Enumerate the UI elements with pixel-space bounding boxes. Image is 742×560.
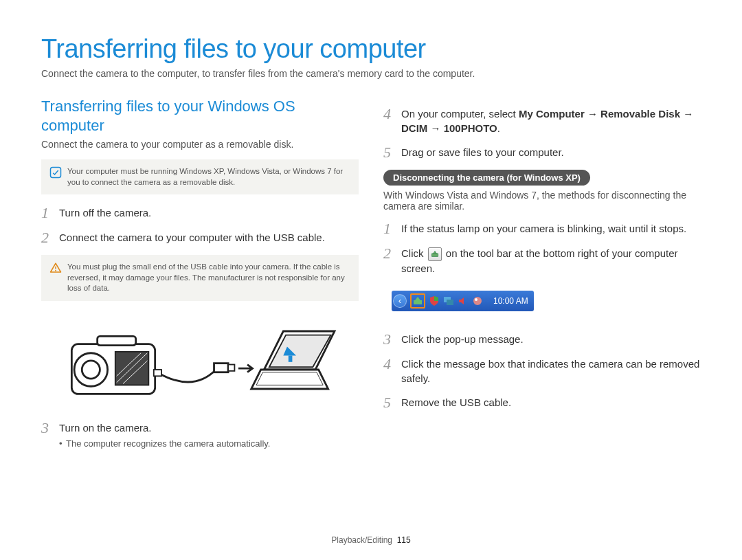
- right-column: 4 On your computer, select My Computer →…: [383, 97, 701, 460]
- d-step-2-a: Click: [401, 247, 427, 259]
- steps-left-b: 3 Turn on the camera. The computer recog…: [41, 421, 359, 450]
- step-num-4: 4: [383, 107, 394, 135]
- steps-right-a: 4 On your computer, select My Computer →…: [383, 107, 701, 160]
- svg-rect-13: [228, 364, 234, 370]
- step-5: 5 Drag or save files to your computer.: [383, 145, 701, 160]
- step-4: 4 On your computer, select My Computer →…: [383, 107, 701, 135]
- note-os-text: Your computer must be running Windows XP…: [67, 166, 350, 188]
- step-3-sub: The computer recognizes the camera autom…: [59, 438, 359, 450]
- windows-taskbar: ‹ 10:00 AM: [392, 291, 534, 311]
- svg-rect-12: [214, 363, 229, 372]
- svg-rect-19: [447, 300, 453, 305]
- footer-page-number: 115: [397, 535, 411, 545]
- d-step-2-b: on the tool bar at the bottom right of y…: [401, 247, 678, 274]
- svg-rect-16: [431, 254, 438, 257]
- d-step-num-5: 5: [383, 395, 394, 410]
- step-num-1: 1: [41, 205, 52, 221]
- note-os-requirement: Your computer must be running Windows XP…: [41, 159, 359, 194]
- step-2: 2 Connect the camera to your computer wi…: [41, 230, 359, 245]
- d-step-num-2: 2: [383, 246, 394, 276]
- tray-shield-icon: [429, 295, 440, 306]
- tray-monitor-icon: [443, 295, 454, 306]
- step-1-text: Turn off the camera.: [59, 205, 359, 221]
- step-num-3: 3: [41, 421, 52, 450]
- d-step-5-text: Remove the USB cable.: [401, 395, 701, 410]
- info-icon: [49, 166, 62, 179]
- taskbar-time: 10:00 AM: [493, 296, 528, 306]
- left-column: Transferring files to your Windows OS co…: [41, 97, 359, 460]
- svg-rect-17: [414, 300, 422, 304]
- svg-rect-4: [98, 336, 136, 345]
- d-step-3-text: Click the pop-up message.: [401, 332, 701, 347]
- svg-rect-15: [289, 355, 293, 361]
- svg-rect-0: [51, 168, 61, 178]
- d-step-2: 2 Click on the tool bar at the bottom ri…: [383, 246, 701, 276]
- d-step-1-text: If the status lamp on your camera is bli…: [401, 221, 701, 236]
- step-5-text: Drag or save files to your computer.: [401, 145, 701, 160]
- step-num-5: 5: [383, 145, 394, 160]
- d-step-num-4: 4: [383, 357, 394, 385]
- section-windows-desc: Connect the camera to your computer as a…: [41, 139, 359, 150]
- section-windows-title: Transferring files to your Windows OS co…: [41, 97, 359, 135]
- step-1: 1 Turn off the camera.: [41, 205, 359, 221]
- d-step-4: 4 Click the message box that indicates t…: [383, 357, 701, 385]
- d-step-4-text: Click the message box that indicates the…: [401, 357, 701, 385]
- step-3: 3 Turn on the camera. The computer recog…: [41, 421, 359, 450]
- svg-point-20: [473, 297, 482, 305]
- d-step-num-3: 3: [383, 332, 394, 347]
- d-step-num-1: 1: [383, 221, 394, 236]
- steps-left-a: 1 Turn off the camera. 2 Connect the cam…: [41, 205, 359, 245]
- footer-section: Playback/Editing: [331, 535, 392, 545]
- tray-network-icon: [472, 295, 483, 306]
- step-2-text: Connect the camera to your computer with…: [59, 230, 359, 245]
- svg-rect-11: [154, 370, 161, 376]
- svg-point-6: [82, 361, 100, 379]
- d-step-5: 5 Remove the USB cable.: [383, 395, 701, 410]
- page-title: Transferring files to your computer: [41, 34, 701, 64]
- disconnect-pill: Disconnecting the camera (for Windows XP…: [383, 170, 590, 186]
- page-footer: Playback/Editing 115: [0, 535, 742, 545]
- warning-icon: [49, 262, 62, 274]
- svg-point-21: [475, 298, 477, 301]
- tray-volume-icon: [458, 295, 469, 306]
- d-step-3: 3 Click the pop-up message.: [383, 332, 701, 347]
- step-4-pre: On your computer, select: [401, 108, 519, 120]
- safely-remove-icon: [428, 247, 442, 261]
- d-step-1: 1 If the status lamp on your camera is b…: [383, 221, 701, 236]
- disconnect-desc: With Windows Vista and Windows 7, the me…: [383, 190, 701, 212]
- page-desc: Connect the camera to the computer, to t…: [41, 68, 701, 79]
- disconnect-steps: 1 If the status lamp on your camera is b…: [383, 221, 701, 276]
- tray-expand-icon: ‹: [393, 294, 407, 308]
- tray-highlighted-icon: [410, 293, 425, 309]
- disconnect-steps-b: 3 Click the pop-up message. 4 Click the …: [383, 332, 701, 410]
- step-num-2: 2: [41, 230, 52, 245]
- note-usb-text: You must plug the small end of the USB c…: [67, 262, 350, 294]
- content-columns: Transferring files to your Windows OS co…: [41, 97, 701, 460]
- svg-point-2: [55, 270, 56, 271]
- camera-laptop-illustration: [41, 312, 359, 411]
- note-usb-warning: You must plug the small end of the USB c…: [41, 255, 359, 301]
- step-3-text: Turn on the camera.: [59, 422, 152, 434]
